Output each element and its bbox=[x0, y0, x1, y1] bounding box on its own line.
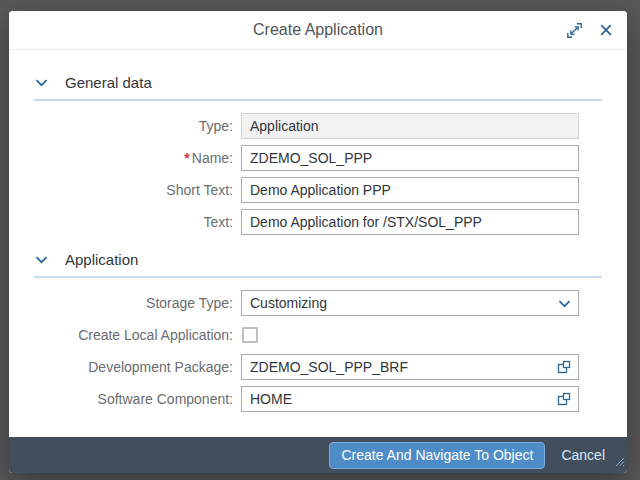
text-input[interactable] bbox=[242, 210, 578, 234]
section-general-data-title: General data bbox=[65, 74, 152, 91]
storage-type-value: Customizing bbox=[242, 295, 335, 311]
dropdown-chevron-icon[interactable] bbox=[550, 291, 578, 315]
section-application-title: Application bbox=[65, 251, 138, 268]
value-help-icon[interactable] bbox=[550, 387, 578, 411]
development-package-input[interactable] bbox=[242, 355, 550, 379]
required-asterisk: * bbox=[184, 150, 189, 166]
resize-icon[interactable] bbox=[566, 22, 583, 39]
dialog-header: Create Application bbox=[9, 11, 627, 50]
create-local-label: Create Local Application: bbox=[34, 327, 241, 343]
dialog-title: Create Application bbox=[253, 21, 383, 39]
create-application-dialog: Create Application bbox=[9, 11, 627, 473]
form-row-name: *Name: bbox=[34, 145, 602, 171]
form-row-development-package: Development Package: bbox=[34, 354, 602, 380]
form-row-short-text: Short Text: bbox=[34, 177, 602, 203]
form-row-storage-type: Storage Type: Customizing bbox=[34, 290, 602, 316]
header-icons bbox=[566, 11, 613, 49]
storage-type-select[interactable]: Customizing bbox=[241, 290, 579, 316]
software-component-label: Software Component: bbox=[34, 391, 241, 407]
development-package-field-box bbox=[241, 354, 579, 380]
software-component-input[interactable] bbox=[242, 387, 550, 411]
form-row-type: Type: Application bbox=[34, 113, 602, 139]
chevron-down-icon bbox=[34, 252, 49, 267]
name-input[interactable] bbox=[242, 146, 578, 170]
name-label: *Name: bbox=[34, 150, 241, 166]
text-label: Text: bbox=[34, 214, 241, 230]
section-divider bbox=[34, 99, 602, 101]
form-row-text: Text: bbox=[34, 209, 602, 235]
short-text-field-box bbox=[241, 177, 579, 203]
resize-grip-icon[interactable] bbox=[614, 453, 625, 471]
software-component-field-box bbox=[241, 386, 579, 412]
storage-type-label: Storage Type: bbox=[34, 295, 241, 311]
form-row-create-local: Create Local Application: bbox=[34, 322, 602, 348]
form-row-software-component: Software Component: bbox=[34, 386, 602, 412]
short-text-input[interactable] bbox=[242, 178, 578, 202]
name-field-box bbox=[241, 145, 579, 171]
create-local-checkbox[interactable] bbox=[242, 327, 258, 343]
section-general-data-header[interactable]: General data bbox=[34, 68, 602, 96]
create-and-navigate-button[interactable]: Create And Navigate To Object bbox=[329, 442, 545, 469]
text-field-box bbox=[241, 209, 579, 235]
section-application-header[interactable]: Application bbox=[34, 245, 602, 273]
type-label: Type: bbox=[34, 118, 241, 134]
section-divider bbox=[34, 276, 602, 278]
cancel-button[interactable]: Cancel bbox=[561, 447, 605, 463]
dialog-content: General data Type: Application *Name: Sh… bbox=[9, 50, 627, 437]
dialog-footer: Create And Navigate To Object Cancel bbox=[9, 437, 627, 473]
type-value: Application bbox=[242, 118, 327, 134]
close-icon[interactable] bbox=[599, 23, 613, 37]
value-help-icon[interactable] bbox=[550, 355, 578, 379]
type-field: Application bbox=[241, 113, 579, 139]
chevron-down-icon bbox=[34, 75, 49, 90]
development-package-label: Development Package: bbox=[34, 359, 241, 375]
short-text-label: Short Text: bbox=[34, 182, 241, 198]
